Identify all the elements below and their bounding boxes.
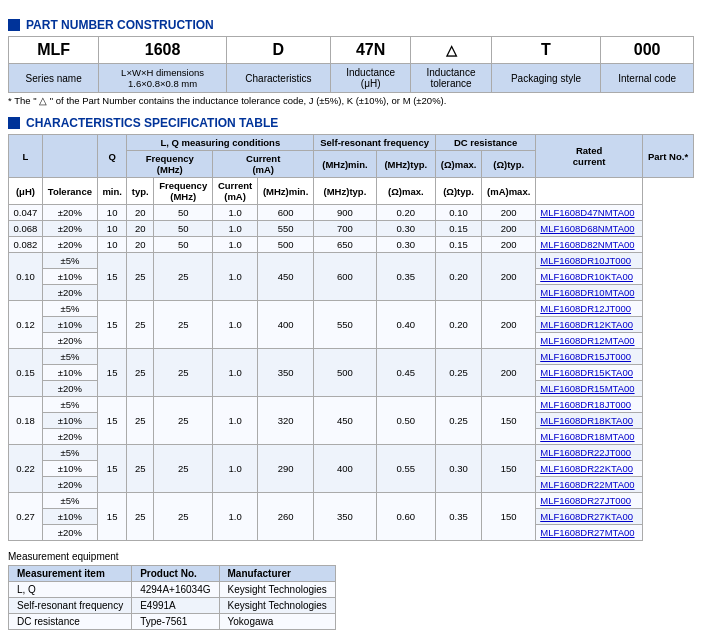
- spec-header-row1: L Q L, Q measuring conditions Self-reson…: [9, 135, 694, 151]
- cell-curr: 1.0: [213, 253, 258, 301]
- cell-srftyp: 450: [314, 397, 376, 445]
- col-srf-typ: (MHz)typ.: [376, 151, 435, 178]
- cell-srftyp: 600: [314, 253, 376, 301]
- cell-part[interactable]: MLF1608DR10KTA00: [536, 269, 643, 285]
- table-row: 0.082 ±20% 10 20 50 1.0 500 650 0.30 0.1…: [9, 237, 694, 253]
- cell-part[interactable]: MLF1608DR12KTA00: [536, 317, 643, 333]
- spec-table: L Q L, Q measuring conditions Self-reson…: [8, 134, 694, 541]
- cell-srfmin: 600: [257, 205, 313, 221]
- cell-part[interactable]: MLF1608DR12JT000: [536, 301, 643, 317]
- cell-part[interactable]: MLF1608DR22JT000: [536, 445, 643, 461]
- pnc-label-pkg: Packaging style: [491, 64, 601, 93]
- cell-part[interactable]: MLF1608DR22KTA00: [536, 461, 643, 477]
- col-dcr: DC resistance: [436, 135, 536, 151]
- cell-tol: ±10%: [42, 317, 97, 333]
- cell-srftyp: 350: [314, 493, 376, 541]
- cell-tol: ±20%: [42, 525, 97, 541]
- col-dc-max: (Ω)max.: [436, 151, 482, 178]
- cell-srftyp: 400: [314, 445, 376, 493]
- col-l: L: [9, 135, 43, 178]
- cell-imax: 150: [482, 397, 536, 445]
- measurement-title: Measurement equipment: [8, 551, 694, 562]
- cell-qtyp: 25: [127, 493, 154, 541]
- cell-imax: 200: [482, 349, 536, 397]
- cell-part[interactable]: MLF1608DR18MTA00: [536, 429, 643, 445]
- col-srf: Self-resonant frequency: [314, 135, 436, 151]
- meas-product: E4991A: [132, 598, 219, 614]
- cell-curr: 1.0: [213, 301, 258, 349]
- cell-tol: ±10%: [42, 413, 97, 429]
- col-freq-mhz: Frequency(MHz): [154, 178, 213, 205]
- measurement-section: Measurement equipment Measurement item P…: [8, 551, 694, 631]
- cell-qmin: 10: [97, 221, 127, 237]
- cell-curr: 1.0: [213, 221, 258, 237]
- cell-freq: 25: [154, 397, 213, 445]
- meas-manufacturer: Keysight Technologies: [219, 598, 335, 614]
- cell-dcmax: 0.40: [376, 301, 435, 349]
- meas-col-product: Product No.: [132, 566, 219, 582]
- col-q-min: min.: [97, 178, 127, 205]
- cell-tol: ±20%: [42, 381, 97, 397]
- cell-qtyp: 25: [127, 301, 154, 349]
- cell-part[interactable]: MLF1608D47NMTA00: [536, 205, 643, 221]
- cell-freq: 50: [154, 205, 213, 221]
- cell-part[interactable]: MLF1608DR27MTA00: [536, 525, 643, 541]
- col-srf-min2: (MHz)min.: [257, 178, 313, 205]
- col-dc-typ: (Ω)typ.: [482, 151, 536, 178]
- cell-curr: 1.0: [213, 205, 258, 221]
- cell-tol: ±5%: [42, 301, 97, 317]
- cell-dcmax: 0.30: [376, 237, 435, 253]
- cell-tol: ±5%: [42, 349, 97, 365]
- cell-qmin: 15: [97, 397, 127, 445]
- cell-part[interactable]: MLF1608DR18KTA00: [536, 413, 643, 429]
- col-q-typ: typ.: [127, 178, 154, 205]
- cell-srfmin: 320: [257, 397, 313, 445]
- cell-tol: ±10%: [42, 365, 97, 381]
- cell-srfmin: 450: [257, 253, 313, 301]
- cell-part[interactable]: MLF1608DR22MTA00: [536, 477, 643, 493]
- cell-tol: ±20%: [42, 285, 97, 301]
- cell-qtyp: 25: [127, 349, 154, 397]
- cell-imax: 200: [482, 237, 536, 253]
- cell-tol: ±20%: [42, 205, 97, 221]
- col-tol: [42, 135, 97, 178]
- cell-part[interactable]: MLF1608DR15KTA00: [536, 365, 643, 381]
- col-srf-min: (MHz)min.: [314, 151, 376, 178]
- cell-curr: 1.0: [213, 237, 258, 253]
- pnc-cell-tol: △: [411, 37, 491, 64]
- cell-part[interactable]: MLF1608DR12MTA00: [536, 333, 643, 349]
- cell-srfmin: 500: [257, 237, 313, 253]
- pnc-title: PART NUMBER CONSTRUCTION: [26, 18, 214, 32]
- pnc-cell-pkg: T: [491, 37, 601, 64]
- meas-product: 4294A+16034G: [132, 582, 219, 598]
- col-srf-typ2: (MHz)typ.: [314, 178, 376, 205]
- cell-part[interactable]: MLF1608D68NMTA00: [536, 221, 643, 237]
- cell-qtyp: 20: [127, 221, 154, 237]
- cell-dctyp: 0.10: [436, 205, 482, 221]
- table-row: 0.047 ±20% 10 20 50 1.0 600 900 0.20 0.1…: [9, 205, 694, 221]
- cell-qmin: 15: [97, 349, 127, 397]
- cell-qtyp: 20: [127, 237, 154, 253]
- cell-part[interactable]: MLF1608DR15JT000: [536, 349, 643, 365]
- table-row: 0.18 ±5% 1525251.03204500.500.25150 MLF1…: [9, 397, 694, 413]
- table-row: 0.15 ±5% 1525251.03505000.450.25200 MLF1…: [9, 349, 694, 365]
- cell-l: 0.22: [9, 445, 43, 493]
- cell-tol: ±5%: [42, 445, 97, 461]
- cell-imax: 200: [482, 205, 536, 221]
- cell-dctyp: 0.20: [436, 301, 482, 349]
- cell-part[interactable]: MLF1608DR15MTA00: [536, 381, 643, 397]
- cell-qtyp: 25: [127, 397, 154, 445]
- cell-part[interactable]: MLF1608DR27JT000: [536, 493, 643, 509]
- cell-srfmin: 400: [257, 301, 313, 349]
- cell-part[interactable]: MLF1608DR18JT000: [536, 397, 643, 413]
- col-tol-label: Tolerance: [42, 178, 97, 205]
- cell-freq: 25: [154, 253, 213, 301]
- cell-part[interactable]: MLF1608DR10JT000: [536, 253, 643, 269]
- cell-part[interactable]: MLF1608D82NMTA00: [536, 237, 643, 253]
- cell-l: 0.047: [9, 205, 43, 221]
- cell-freq: 25: [154, 493, 213, 541]
- cell-qmin: 15: [97, 445, 127, 493]
- cell-part[interactable]: MLF1608DR27KTA00: [536, 509, 643, 525]
- cell-part[interactable]: MLF1608DR10MTA00: [536, 285, 643, 301]
- col-partno: Part No.*: [643, 135, 694, 178]
